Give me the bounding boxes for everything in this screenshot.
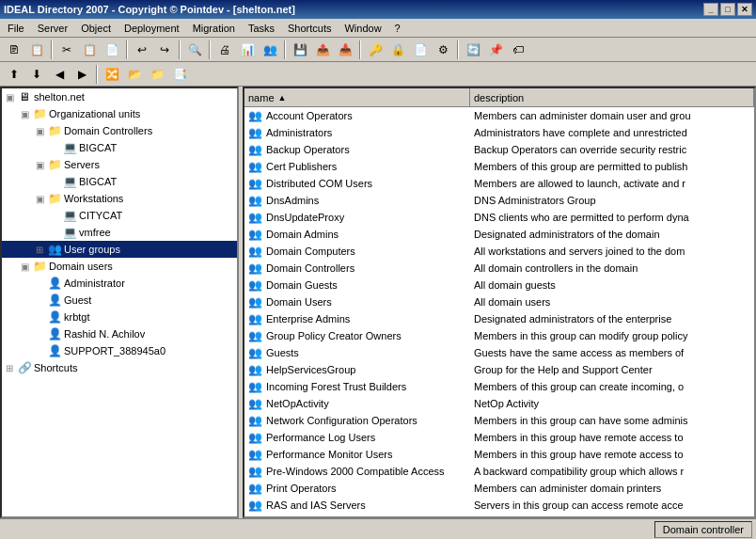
tree-expander-servers[interactable]: ▣ bbox=[32, 157, 47, 172]
tree-item-domain-ctrl[interactable]: ▣📁Domain Controllers bbox=[2, 122, 237, 139]
menu-item-window[interactable]: Window bbox=[339, 22, 386, 35]
list-row-23[interactable]: 👥RAS and IAS ServersServers in this grou… bbox=[244, 497, 754, 514]
list-row-0[interactable]: 👥Account OperatorsMembers can administer… bbox=[244, 107, 754, 124]
tree-item-vmfree[interactable]: 💻vmfree bbox=[2, 224, 237, 241]
tree-item-administrator[interactable]: 👤Administrator bbox=[2, 275, 237, 292]
list-row-19[interactable]: 👥Performance Log UsersMembers in this gr… bbox=[244, 429, 754, 446]
list-row-13[interactable]: 👥Group Policy Creator OwnersMembers in t… bbox=[244, 327, 754, 344]
tb-btn-refresh[interactable]: 🔄 bbox=[463, 40, 483, 60]
list-row-20[interactable]: 👥Performance Monitor UsersMembers in thi… bbox=[244, 446, 754, 463]
tb-btn-undo[interactable]: ↩ bbox=[132, 40, 152, 60]
list-row-4[interactable]: 👥Distributed COM UsersMembers are allowe… bbox=[244, 175, 754, 192]
list-row-7[interactable]: 👥Domain AdminsDesignated administrators … bbox=[244, 226, 754, 243]
list-row-8[interactable]: 👥Domain ComputersAll workstations and se… bbox=[244, 243, 754, 260]
tree-item-servers[interactable]: ▣📁Servers bbox=[2, 156, 237, 173]
tree-expander-domain-ctrl[interactable]: ▣ bbox=[32, 123, 47, 138]
tree-item-rashid[interactable]: 👤Rashid N. Achilov bbox=[2, 325, 237, 342]
menu-item-migration[interactable]: Migration bbox=[187, 22, 241, 35]
tree-item-bigcat1[interactable]: 💻BIGCAT bbox=[2, 139, 237, 156]
tree-item-workstations[interactable]: ▣📁Workstations bbox=[2, 190, 237, 207]
close-button[interactable]: ✕ bbox=[737, 3, 752, 16]
tree-expander-domain-users[interactable]: ▣ bbox=[17, 259, 32, 274]
tb-btn-search[interactable]: 🔍 bbox=[184, 40, 205, 60]
tree-item-domain-users[interactable]: ▣📁Domain users bbox=[2, 258, 237, 275]
tb-btn-users[interactable]: 👥 bbox=[260, 40, 280, 60]
tree-item-krbtgt[interactable]: 👤krbtgt bbox=[2, 309, 237, 325]
tb2-btn-8[interactable]: 📑 bbox=[169, 64, 190, 85]
list-row-6[interactable]: 👥DnsUpdateProxyDNS clients who are permi… bbox=[244, 209, 754, 226]
tb-btn-chart[interactable]: 📊 bbox=[237, 40, 258, 60]
tb-btn-lock[interactable]: 🔒 bbox=[387, 40, 408, 60]
menu-item-server[interactable]: Server bbox=[32, 22, 73, 35]
list-row-9[interactable]: 👥Domain ControllersAll domain controller… bbox=[244, 260, 754, 277]
tree-expander-guest[interactable] bbox=[32, 293, 47, 308]
tree-expander-administrator[interactable] bbox=[32, 276, 47, 291]
tb2-btn-7[interactable]: 📁 bbox=[147, 64, 167, 85]
tree-item-org-units[interactable]: ▣📁Organizational units bbox=[2, 105, 237, 122]
tree-expander-bigcat2[interactable] bbox=[47, 174, 62, 189]
tree-expander-citycat[interactable] bbox=[47, 208, 62, 223]
list-row-24[interactable]: 👥Remote Desktop UsersMembers in this gro… bbox=[244, 514, 754, 516]
tree-expander-user-groups[interactable]: ⊞ bbox=[32, 242, 47, 257]
tb-btn-5[interactable]: 📄 bbox=[102, 40, 122, 60]
col-header-description[interactable]: description bbox=[470, 88, 754, 106]
list-row-12[interactable]: 👥Enterprise AdminsDesignated administrat… bbox=[244, 310, 754, 327]
tree-expander-rashid[interactable] bbox=[32, 326, 47, 341]
tb-btn-tag[interactable]: 🏷 bbox=[508, 40, 528, 60]
menu-item-object[interactable]: Object bbox=[75, 22, 117, 35]
tree-item-citycat[interactable]: 💻CITYCAT bbox=[2, 207, 237, 224]
tree-panel[interactable]: ▣🖥shelton.net▣📁Organizational units▣📁Dom… bbox=[0, 87, 239, 518]
list-row-16[interactable]: 👥Incoming Forest Trust BuildersMembers o… bbox=[244, 378, 754, 395]
tree-item-shelton[interactable]: ▣🖥shelton.net bbox=[2, 88, 237, 105]
tree-item-shortcuts[interactable]: ⊞🔗Shortcuts bbox=[2, 359, 237, 376]
tb-btn-redo[interactable]: ↪ bbox=[154, 40, 175, 60]
tb2-btn-3[interactable]: ◀ bbox=[49, 64, 70, 85]
maximize-button[interactable]: □ bbox=[720, 3, 735, 16]
menu-item-deployment[interactable]: Deployment bbox=[118, 22, 185, 35]
minimize-button[interactable]: _ bbox=[703, 3, 718, 16]
list-body[interactable]: 👥Account OperatorsMembers can administer… bbox=[244, 107, 754, 516]
menu-item-file[interactable]: File bbox=[2, 22, 30, 35]
tb-btn-settings[interactable]: ⚙ bbox=[433, 40, 453, 60]
tree-expander-workstations[interactable]: ▣ bbox=[32, 191, 47, 206]
menu-item-shortcuts[interactable]: Shortcuts bbox=[282, 22, 337, 35]
tree-expander-krbtgt[interactable] bbox=[32, 309, 47, 325]
tree-item-bigcat2[interactable]: 💻BIGCAT bbox=[2, 173, 237, 190]
tree-expander-bigcat1[interactable] bbox=[47, 140, 62, 155]
list-row-17[interactable]: 👥NetOpActivityNetOp Activity bbox=[244, 395, 754, 412]
list-row-18[interactable]: 👥Network Configuration OperatorsMembers … bbox=[244, 412, 754, 429]
tb-btn-export[interactable]: 📤 bbox=[312, 40, 333, 60]
list-row-15[interactable]: 👥HelpServicesGroupGroup for the Help and… bbox=[244, 361, 754, 378]
tb-btn-doc[interactable]: 📄 bbox=[410, 40, 431, 60]
list-row-5[interactable]: 👥DnsAdminsDNS Administrators Group bbox=[244, 192, 754, 209]
list-row-2[interactable]: 👥Backup OperatorsBackup Operators can ov… bbox=[244, 141, 754, 158]
tree-expander-support[interactable] bbox=[32, 343, 47, 358]
tree-item-support[interactable]: 👤SUPPORT_388945a0 bbox=[2, 342, 237, 359]
tb2-btn-4[interactable]: ▶ bbox=[71, 64, 92, 85]
tree-expander-shelton[interactable]: ▣ bbox=[2, 89, 17, 104]
list-row-21[interactable]: 👥Pre-Windows 2000 Compatible AccessA bac… bbox=[244, 463, 754, 480]
tree-item-guest[interactable]: 👤Guest bbox=[2, 292, 237, 309]
tree-expander-vmfree[interactable] bbox=[47, 225, 62, 240]
tb2-btn-6[interactable]: 📂 bbox=[124, 64, 145, 85]
list-row-11[interactable]: 👥Domain UsersAll domain users bbox=[244, 293, 754, 310]
col-header-name[interactable]: name ▲ bbox=[244, 88, 470, 106]
list-row-14[interactable]: 👥GuestsGuests have the same access as me… bbox=[244, 344, 754, 361]
menu-item-[interactable]: ? bbox=[389, 22, 406, 35]
tb-btn-pin[interactable]: 📌 bbox=[485, 40, 506, 60]
list-row-3[interactable]: 👥Cert PublishersMembers of this group ar… bbox=[244, 158, 754, 175]
tb2-btn-2[interactable]: ⬇ bbox=[26, 64, 47, 85]
menu-item-tasks[interactable]: Tasks bbox=[243, 22, 280, 35]
list-row-10[interactable]: 👥Domain GuestsAll domain guests bbox=[244, 277, 754, 293]
tb-btn-4[interactable]: 📋 bbox=[79, 40, 100, 60]
tb-btn-print[interactable]: 🖨 bbox=[214, 40, 235, 60]
tb-btn-3[interactable]: ✂ bbox=[56, 40, 77, 60]
tb-btn-2[interactable]: 📋 bbox=[26, 40, 47, 60]
tb-btn-key[interactable]: 🔑 bbox=[365, 40, 386, 60]
tb-btn-1[interactable]: 🖹 bbox=[4, 40, 24, 60]
tb2-btn-5[interactable]: 🔀 bbox=[102, 64, 122, 85]
list-row-1[interactable]: 👥AdministratorsAdministrators have compl… bbox=[244, 124, 754, 141]
tree-expander-org-units[interactable]: ▣ bbox=[17, 106, 32, 121]
tree-item-user-groups[interactable]: ⊞👥User groups bbox=[2, 241, 237, 258]
tb-btn-import[interactable]: 📥 bbox=[335, 40, 355, 60]
